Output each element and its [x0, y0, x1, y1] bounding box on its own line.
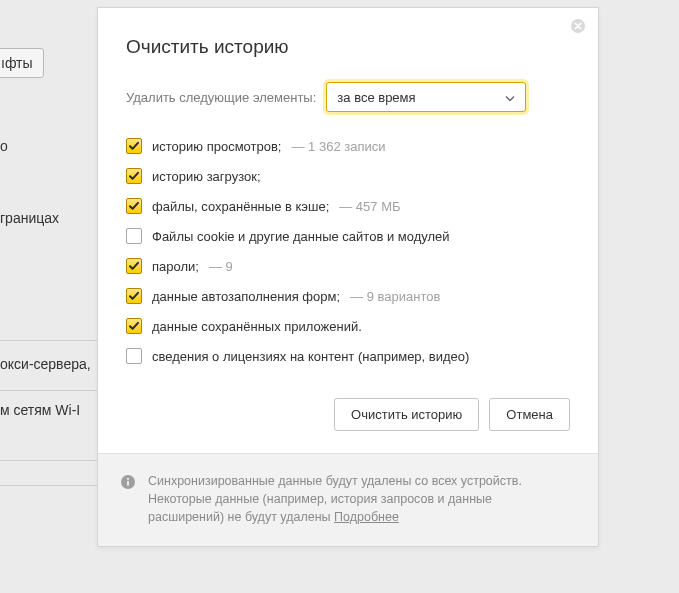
option-meta: — 9 — [209, 259, 233, 274]
bg-text-2: границах — [0, 210, 59, 226]
option-row: данные сохранённых приложений. — [126, 318, 570, 334]
checkbox[interactable] — [126, 258, 142, 274]
checkbox[interactable] — [126, 138, 142, 154]
option-meta: — 1 362 записи — [291, 139, 385, 154]
check-icon — [128, 140, 140, 152]
bg-separator-2 — [0, 390, 100, 391]
info-icon — [120, 474, 136, 493]
option-meta: — 9 вариантов — [350, 289, 440, 304]
option-row: историю просмотров; — 1 362 записи — [126, 138, 570, 154]
bg-text-1: о — [0, 138, 8, 154]
check-icon — [128, 290, 140, 302]
clear-history-button[interactable]: Очистить историю — [334, 398, 479, 431]
bg-text-3: окси-сервера, — [0, 356, 91, 372]
close-icon — [570, 18, 586, 34]
option-label: историю загрузок; — [152, 169, 261, 184]
option-label: пароли; — [152, 259, 199, 274]
bg-separator-4 — [0, 485, 100, 486]
option-row: историю загрузок; — [126, 168, 570, 184]
bg-text-4: м сетям Wi-І — [0, 402, 80, 418]
footer-more-link[interactable]: Подробнее — [334, 510, 399, 524]
option-label: файлы, сохранённые в кэше; — [152, 199, 329, 214]
close-button[interactable] — [570, 18, 586, 34]
footer-text: Синхронизированные данные будут удалены … — [148, 472, 570, 526]
option-label: историю просмотров; — [152, 139, 281, 154]
chevron-down-icon — [505, 90, 515, 105]
option-row: сведения о лицензиях на контент (наприме… — [126, 348, 570, 364]
time-range-label: Удалить следующие элементы: — [126, 90, 316, 105]
bg-chip-fonts[interactable]: ıфты — [0, 48, 44, 78]
checkbox[interactable] — [126, 288, 142, 304]
checkbox[interactable] — [126, 348, 142, 364]
checkbox[interactable] — [126, 318, 142, 334]
svg-rect-3 — [127, 481, 129, 486]
option-label: данные сохранённых приложений. — [152, 319, 362, 334]
checkbox[interactable] — [126, 168, 142, 184]
option-row: файлы, сохранённые в кэше; — 457 МБ — [126, 198, 570, 214]
clear-history-dialog: Очистить историю Удалить следующие элеме… — [97, 7, 599, 547]
checkbox[interactable] — [126, 228, 142, 244]
checkbox[interactable] — [126, 198, 142, 214]
time-range-value: за все время — [337, 90, 415, 105]
option-label: сведения о лицензиях на контент (наприме… — [152, 349, 469, 364]
cancel-button[interactable]: Отмена — [489, 398, 570, 431]
check-icon — [128, 170, 140, 182]
option-row: данные автозаполнения форм; — 9 варианто… — [126, 288, 570, 304]
option-label: данные автозаполнения форм; — [152, 289, 340, 304]
check-icon — [128, 260, 140, 272]
option-row: Файлы cookie и другие данные сайтов и мо… — [126, 228, 570, 244]
svg-point-2 — [127, 478, 129, 480]
dialog-title: Очистить историю — [126, 36, 570, 58]
bg-separator-1 — [0, 340, 100, 341]
check-icon — [128, 200, 140, 212]
option-row: пароли; — 9 — [126, 258, 570, 274]
check-icon — [128, 320, 140, 332]
bg-separator-3 — [0, 460, 100, 461]
options-list: историю просмотров; — 1 362 записиистори… — [126, 138, 570, 364]
option-label: Файлы cookie и другие данные сайтов и мо… — [152, 229, 450, 244]
option-meta: — 457 МБ — [339, 199, 400, 214]
time-range-select[interactable]: за все время — [326, 82, 526, 112]
